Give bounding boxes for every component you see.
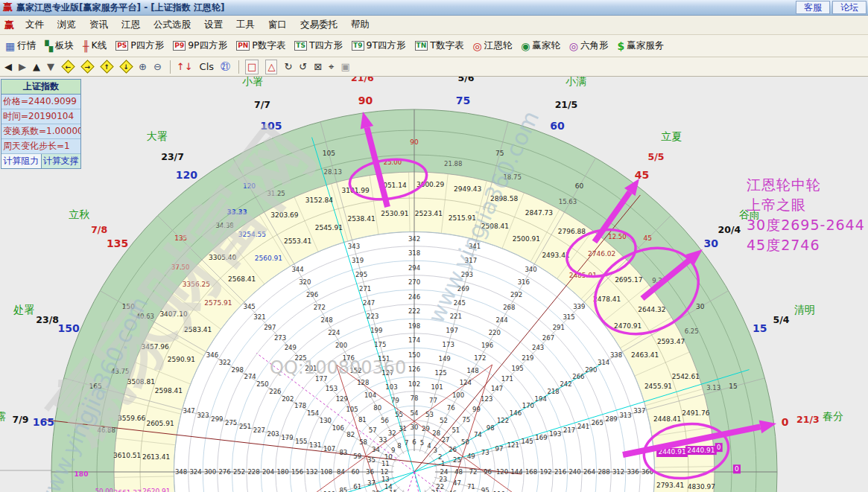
svg-text:273: 273: [274, 334, 286, 342]
diamond-up-icon[interactable]: ↑: [100, 60, 113, 73]
pn-badge-icon: PN: [236, 41, 250, 51]
svg-text:125: 125: [434, 369, 446, 377]
quotes-button[interactable]: ▦行情: [3, 38, 38, 54]
svg-text:61: 61: [353, 483, 361, 491]
p-square-button[interactable]: PSP四方形: [113, 38, 166, 54]
zoom-out-icon[interactable]: ⊖: [153, 60, 162, 74]
svg-text:21/3: 21/3: [796, 414, 820, 425]
panel-row-3: 周天变化步长=1: [1, 139, 80, 154]
blocks-icon: ▚: [45, 40, 53, 52]
service-button-label: 赢家服务: [627, 39, 664, 52]
diamond-down-icon[interactable]: ↓: [119, 60, 133, 73]
calc-support-button[interactable]: 计算支撑: [42, 154, 81, 168]
svg-text:6.25: 6.25: [685, 328, 699, 335]
menu-item-浏览[interactable]: 浏览: [51, 16, 83, 33]
svg-text:95: 95: [481, 487, 490, 492]
svg-text:21.88: 21.88: [444, 160, 462, 167]
svg-text:30: 30: [696, 303, 705, 310]
svg-text:74: 74: [474, 431, 482, 438]
up-arrow-icon[interactable]: ▲: [33, 60, 40, 74]
crosshair-icon[interactable]: ⌖: [329, 60, 334, 74]
svg-text:12.50: 12.50: [608, 233, 626, 240]
clear-icon[interactable]: ▣: [340, 60, 349, 74]
t-square-button[interactable]: TST四方形: [292, 38, 345, 54]
menu-item-帮助[interactable]: 帮助: [344, 16, 376, 33]
zoom-in-icon[interactable]: ⊕: [139, 60, 147, 74]
svg-text:202: 202: [282, 395, 294, 403]
svg-text:243: 243: [532, 344, 544, 351]
svg-text:244: 244: [495, 316, 507, 324]
down-arrow-icon[interactable]: ▼: [47, 60, 54, 74]
diamond-right-icon[interactable]: →: [80, 60, 94, 73]
kefu-button[interactable]: 客服: [796, 1, 830, 14]
annotation-line: 30度2695-2644: [747, 215, 865, 235]
kline-button[interactable]: ╫K线: [80, 38, 109, 54]
svg-text:203: 203: [267, 430, 279, 438]
calendar-icon[interactable]: ㉑: [221, 60, 230, 74]
svg-text:300: 300: [204, 468, 216, 476]
svg-text:2542.61: 2542.61: [672, 373, 700, 380]
box-x-icon[interactable]: ⊠: [314, 60, 322, 74]
svg-text:155: 155: [295, 438, 307, 445]
gann-wheel-svg[interactable]: 1234567891011121314151617181920212223242…: [0, 77, 868, 492]
svg-text:82: 82: [346, 431, 355, 438]
9t-square-button[interactable]: T99T四方形: [349, 38, 408, 54]
rotate-ccw-icon[interactable]: ↺: [299, 60, 307, 74]
prev-icon[interactable]: ◀: [4, 60, 12, 74]
quotes-button-label: 行情: [17, 39, 36, 52]
svg-text:7/9: 7/9: [13, 414, 29, 425]
winner-wheel-button[interactable]: ◉赢家轮: [519, 38, 563, 54]
svg-text:5: 5: [420, 439, 424, 447]
triangle-tool-icon[interactable]: △: [265, 60, 277, 74]
9p-square-button[interactable]: P99P四方形: [171, 38, 229, 54]
gann-wheel-chart-area[interactable]: 1234567891011121314151617181920212223242…: [0, 77, 868, 492]
index-info-panel: 上证指数 价格=2440.9099时间=20190104变换系数=1.00000…: [1, 79, 81, 169]
menu-item-设置[interactable]: 设置: [197, 16, 229, 33]
kline-button-label: K线: [91, 39, 107, 52]
svg-text:100: 100: [452, 392, 464, 399]
svg-text:2593.47: 2593.47: [657, 338, 685, 345]
svg-text:120: 120: [496, 468, 508, 476]
forum-button[interactable]: 论坛: [832, 1, 867, 14]
svg-text:252: 252: [233, 468, 245, 476]
svg-text:180: 180: [75, 470, 89, 478]
svg-text:73: 73: [481, 449, 490, 456]
menu-item-公式选股[interactable]: 公式选股: [147, 16, 197, 33]
rect-tool-icon[interactable]: □: [245, 60, 259, 74]
svg-text:124: 124: [460, 379, 472, 386]
t-table-button[interactable]: TNT数字表: [413, 38, 466, 54]
menu-item-文件[interactable]: 文件: [19, 16, 51, 33]
svg-text:47: 47: [453, 479, 461, 487]
svg-text:6: 6: [412, 438, 416, 446]
service-button[interactable]: $赢家服务: [615, 38, 667, 54]
svg-text:71: 71: [467, 483, 475, 491]
p-table-button[interactable]: PNP数字表: [234, 38, 288, 54]
svg-text:248: 248: [320, 316, 332, 324]
svg-text:150: 150: [58, 322, 80, 334]
svg-text:227: 227: [253, 426, 265, 434]
gann-wheel-button[interactable]: ◎江恩轮: [470, 38, 514, 54]
updown-icon[interactable]: ↑↓: [177, 60, 193, 74]
svg-text:128: 128: [357, 379, 369, 386]
cls-button[interactable]: Cls: [200, 60, 214, 74]
menu-item-工具[interactable]: 工具: [229, 16, 262, 33]
svg-text:2478.41: 2478.41: [593, 295, 621, 303]
menu-item-窗口[interactable]: 窗口: [262, 16, 294, 33]
svg-text:268: 268: [503, 304, 515, 311]
svg-text:59: 59: [353, 453, 361, 460]
svg-text:2463.41: 2463.41: [631, 351, 659, 359]
calc-resistance-button[interactable]: 计算阻力: [1, 154, 42, 168]
menu-item-江恩[interactable]: 江恩: [115, 16, 147, 33]
sectors-button[interactable]: ▚板块: [42, 38, 76, 54]
svg-text:15.63: 15.63: [559, 198, 577, 205]
diamond-left-icon[interactable]: ←: [61, 60, 75, 73]
svg-text:296: 296: [306, 291, 318, 298]
svg-text:168: 168: [525, 468, 537, 476]
hexagon-button[interactable]: ◎六角形: [567, 38, 611, 54]
menu-item-资讯[interactable]: 资讯: [83, 16, 115, 33]
next-icon[interactable]: ▶: [19, 60, 26, 74]
svg-text:2644.32: 2644.32: [638, 306, 665, 313]
svg-text:289: 289: [606, 415, 618, 423]
rotate-cw-icon[interactable]: ↻: [284, 60, 292, 74]
menu-item-交易委托[interactable]: 交易委托: [294, 16, 344, 33]
